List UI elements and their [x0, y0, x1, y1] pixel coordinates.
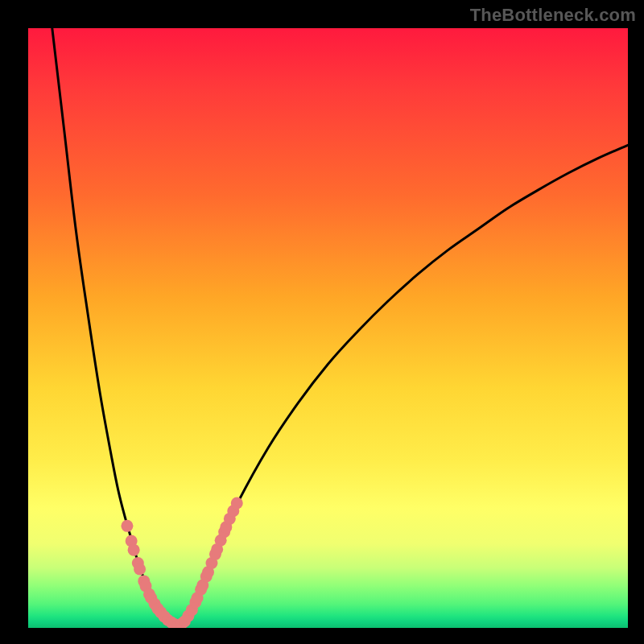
data-marker: [134, 563, 146, 575]
plot-area: [28, 28, 628, 628]
data-marker: [128, 544, 140, 556]
series-right-branch: [178, 145, 628, 625]
chart-frame: TheBottleneck.com: [0, 0, 644, 644]
chart-svg: [28, 28, 628, 628]
series-left-branch: [52, 28, 172, 625]
data-marker: [121, 520, 133, 532]
data-marker: [231, 497, 243, 510]
watermark-label: TheBottleneck.com: [470, 5, 636, 26]
